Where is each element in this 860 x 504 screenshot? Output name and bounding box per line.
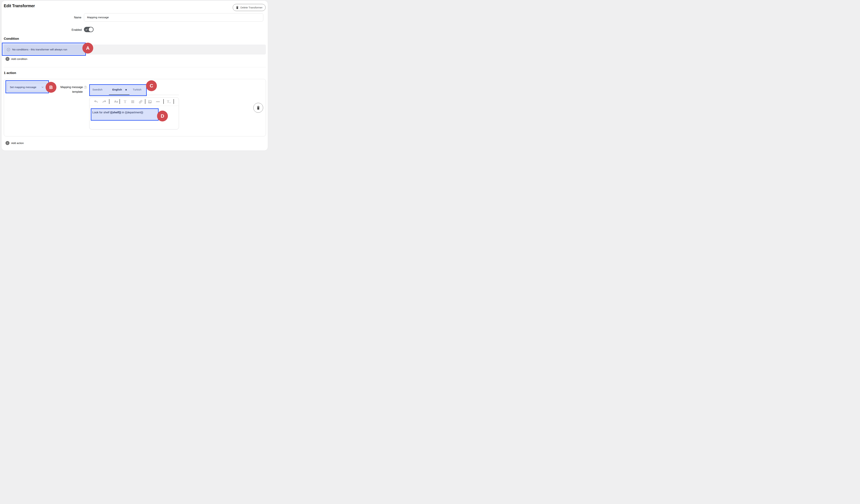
toggle-knob xyxy=(89,27,93,32)
annotation-badge-c: C xyxy=(146,80,157,91)
annotation-badge-b: B xyxy=(46,82,56,93)
annotation-highlight-c xyxy=(89,84,147,96)
toolbar-divider xyxy=(145,99,145,104)
plus-icon xyxy=(5,141,10,145)
toolbar-divider xyxy=(119,99,120,104)
template-label-line2: template xyxy=(58,90,87,93)
trash-icon xyxy=(256,106,260,110)
actions-section-heading: 1 action xyxy=(4,71,16,75)
insert-image-button[interactable] xyxy=(147,99,152,104)
add-action-label: Add action xyxy=(11,142,24,145)
name-input[interactable] xyxy=(84,13,263,21)
redo-icon xyxy=(102,100,106,104)
link-button[interactable] xyxy=(138,99,143,104)
image-icon xyxy=(148,100,152,104)
template-label: Mapping message ? template xyxy=(58,86,87,93)
clear-formatting-x: x xyxy=(169,101,171,104)
add-condition-label: Add condition xyxy=(11,57,27,60)
toolbar-divider xyxy=(109,99,110,104)
name-label: Name xyxy=(52,16,81,19)
align-button[interactable] xyxy=(130,99,135,104)
toolbar-divider xyxy=(174,99,174,104)
font-size-button[interactable]: Aa xyxy=(113,99,119,104)
clear-formatting-icon: T xyxy=(167,100,169,103)
annotation-highlight-a xyxy=(2,43,86,56)
annotation-highlight-b xyxy=(5,80,49,93)
check-icon xyxy=(85,28,88,31)
text-style-icon: T xyxy=(124,100,126,104)
add-condition-button[interactable]: Add condition xyxy=(5,57,27,61)
clear-formatting-button[interactable]: Tx xyxy=(166,99,172,104)
delete-transformer-label: Delete Transformer xyxy=(241,6,262,9)
align-icon xyxy=(131,100,135,104)
horizontal-rule-icon xyxy=(156,101,160,102)
condition-section-heading: Condition xyxy=(4,37,19,41)
page-title: Edit Transformer xyxy=(4,4,35,8)
help-icon[interactable]: ? xyxy=(84,86,87,89)
trash-icon xyxy=(236,6,239,9)
edit-transformer-panel: Edit Transformer Delete Transformer Name… xyxy=(1,1,268,151)
delete-transformer-button[interactable]: Delete Transformer xyxy=(233,4,266,11)
text-style-button[interactable]: T xyxy=(123,99,127,104)
add-action-button[interactable]: Add action xyxy=(5,141,24,145)
template-label-line1: Mapping message xyxy=(60,86,83,89)
link-icon xyxy=(139,100,143,104)
annotation-highlight-d xyxy=(91,109,159,120)
delete-action-button[interactable] xyxy=(253,103,263,113)
undo-icon xyxy=(94,100,98,104)
redo-button[interactable] xyxy=(102,99,106,104)
plus-icon xyxy=(5,57,10,61)
enabled-label: Enabled xyxy=(52,28,82,31)
annotation-badge-a: A xyxy=(82,43,93,54)
font-size-icon: Aa xyxy=(114,100,118,103)
toolbar-divider xyxy=(163,99,164,104)
horizontal-rule-button[interactable] xyxy=(156,99,160,104)
undo-button[interactable] xyxy=(94,99,98,104)
annotation-badge-d: D xyxy=(157,111,168,121)
enabled-toggle[interactable] xyxy=(84,27,94,32)
help-glyph: ? xyxy=(85,86,86,88)
